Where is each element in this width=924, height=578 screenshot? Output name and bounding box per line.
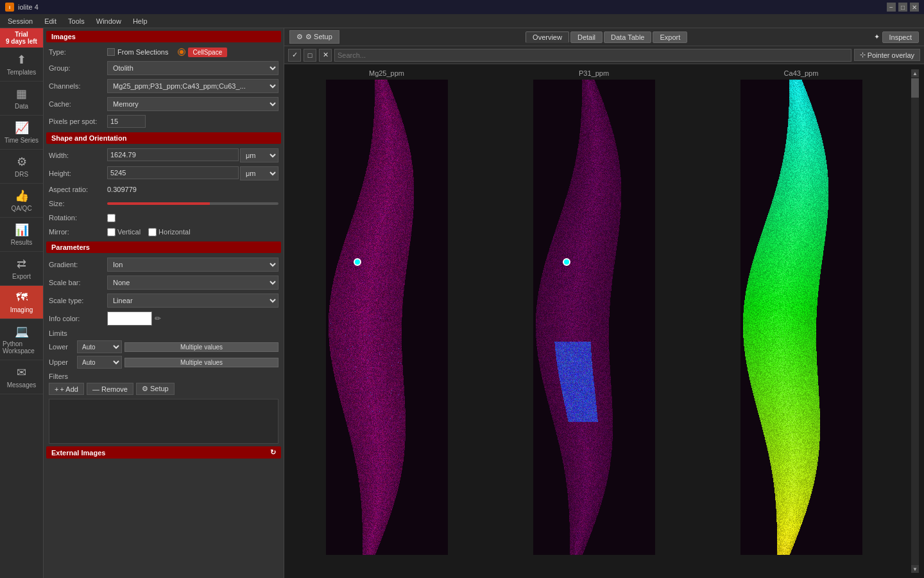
from-selections-checkbox[interactable]	[107, 48, 115, 56]
sidebar: Trial 9 days left ⬆ Templates ▦ Data 📈 T…	[0, 28, 44, 578]
upper-limit-row: Upper AutoManual Multiple values	[44, 355, 284, 370]
gradient-select[interactable]: IonRainbowGrayscale	[107, 258, 278, 272]
sidebar-item-imaging[interactable]: 🗺 Imaging	[0, 286, 43, 319]
aspect-row: Aspect ratio: 0.309779	[44, 182, 284, 197]
gear-icon: ⚙	[296, 33, 303, 41]
menu-help[interactable]: Help	[128, 16, 153, 26]
scaletype-select[interactable]: LinearLogSqrt	[107, 293, 278, 308]
minimize-button[interactable]: −	[887, 3, 896, 12]
mg25-dot[interactable]	[354, 258, 361, 266]
menu-window[interactable]: Window	[91, 16, 126, 26]
pixels-row: Pixels per spot:	[44, 113, 284, 130]
upper-multi-button[interactable]: Multiple values	[124, 358, 278, 367]
tool-check-button[interactable]: ✓	[288, 49, 301, 62]
sidebar-item-python[interactable]: 💻 Python Workspace	[0, 319, 43, 360]
mirror-vertical-label: Vertical	[117, 228, 141, 236]
image-p31: P31_ppm	[497, 69, 691, 573]
sidebar-item-messages[interactable]: ✉ Messages	[0, 360, 43, 394]
drs-icon: ⚙	[17, 155, 27, 169]
scalebar-select[interactable]: NoneBottom Right	[107, 276, 278, 290]
filter-setup-button[interactable]: ⚙ Setup	[136, 383, 175, 395]
channels-row: Channels: Mg25_ppm;P31_ppm;Ca43_ppm;Cu63…	[44, 77, 284, 95]
lower-auto-select[interactable]: AutoManual	[77, 340, 122, 353]
sidebar-item-timeseries[interactable]: 📈 Time Series	[0, 116, 43, 150]
mg25-canvas	[326, 80, 448, 573]
left-panel: Images Type: From Selections CellSpace G…	[44, 28, 284, 578]
external-images-header: External Images ↻	[46, 446, 281, 459]
lower-label: Lower	[49, 343, 74, 351]
qaqc-icon: 👍	[15, 189, 29, 203]
cache-label: Cache:	[49, 100, 103, 108]
export-icon: ⇄	[17, 257, 26, 271]
channels-label: Channels:	[49, 82, 103, 90]
lower-limit-row: Lower AutoManual Multiple values	[44, 339, 284, 355]
filter-buttons: + + Add — Remove ⚙ Setup	[44, 381, 284, 396]
remove-filter-button[interactable]: — Remove	[87, 383, 133, 395]
tab-overview[interactable]: Overview	[526, 31, 569, 43]
menu-tools[interactable]: Tools	[63, 16, 90, 26]
sidebar-item-drs[interactable]: ⚙ DRS	[0, 150, 43, 184]
search-input[interactable]	[334, 49, 851, 62]
height-input[interactable]	[107, 166, 239, 179]
sidebar-item-results[interactable]: 📊 Results	[0, 218, 43, 252]
group-select[interactable]: Otolith	[107, 61, 278, 75]
channels-select[interactable]: Mg25_ppm;P31_ppm;Ca43_ppm;Cu63_...	[107, 79, 278, 93]
ca43-image	[740, 80, 862, 555]
height-row: Height: μmmm	[44, 164, 284, 182]
tab-detail[interactable]: Detail	[570, 31, 603, 43]
menu-edit[interactable]: Edit	[39, 16, 62, 26]
sidebar-item-qaqc[interactable]: 👍 QA/QC	[0, 184, 43, 218]
imaging-label: Imaging	[10, 306, 33, 313]
sidebar-item-export[interactable]: ⇄ Export	[0, 252, 43, 286]
timeseries-icon: 📈	[15, 121, 29, 135]
scroll-down[interactable]: ▼	[911, 565, 919, 573]
color-dropper-icon[interactable]: ✏	[155, 314, 161, 323]
mirror-row: Mirror: Vertical Horizontal	[44, 225, 284, 239]
size-slider[interactable]	[107, 202, 278, 205]
close-button[interactable]: ✕	[910, 3, 919, 12]
inspect-button[interactable]: Inspect	[882, 31, 919, 43]
sidebar-item-templates[interactable]: ⬆ Templates	[0, 48, 43, 82]
mirror-vertical-checkbox[interactable]	[107, 228, 116, 236]
height-label: Height:	[49, 170, 103, 177]
tab-datatable[interactable]: Data Table	[604, 31, 651, 43]
rotation-checkbox[interactable]	[107, 214, 116, 222]
tool-close-button[interactable]: ✕	[319, 49, 332, 62]
color-swatch[interactable]	[107, 311, 152, 326]
tab-export[interactable]: Export	[653, 31, 687, 43]
scroll-up[interactable]: ▲	[911, 69, 919, 77]
infocolor-row: Info color: ✏	[44, 310, 284, 328]
upper-auto-select[interactable]: AutoManual	[77, 356, 122, 369]
titlebar-controls[interactable]: − □ ✕	[887, 3, 919, 12]
scroll-thumb[interactable]	[911, 78, 919, 98]
tool-square-button[interactable]: □	[304, 49, 316, 62]
mirror-horizontal-label: Horizontal	[158, 228, 191, 236]
setup-tab[interactable]: ⚙ ⚙ Setup	[289, 30, 339, 44]
sidebar-item-data[interactable]: ▦ Data	[0, 82, 43, 116]
mirror-horizontal-checkbox[interactable]	[148, 228, 157, 236]
height-unit-select[interactable]: μmmm	[240, 166, 278, 180]
cellspace-radio[interactable]	[178, 48, 185, 56]
trial-label: Trial	[1, 31, 42, 38]
cellspace-button[interactable]: CellSpace	[188, 48, 228, 57]
params-header: Parameters	[46, 241, 281, 253]
mg25-label: Mg25_ppm	[369, 69, 404, 77]
scaletype-label: Scale type:	[49, 297, 103, 304]
mg25-image	[326, 80, 448, 555]
width-unit-select[interactable]: μmmm	[240, 148, 278, 162]
add-filter-button[interactable]: + + Add	[49, 383, 84, 395]
width-label: Width:	[49, 152, 103, 159]
right-panel: ⚙ ⚙ Setup Overview Detail Data Table Exp…	[284, 28, 924, 578]
refresh-icon[interactable]: ↻	[270, 448, 276, 457]
width-input[interactable]	[107, 148, 239, 161]
maximize-button[interactable]: □	[898, 3, 907, 12]
export-label: Export	[12, 273, 31, 280]
pointer-overlay-button[interactable]: ⊹ Pointer overlay	[854, 49, 920, 61]
lower-multi-button[interactable]: Multiple values	[124, 342, 278, 352]
infocolor-box: ✏	[107, 311, 161, 326]
menu-session[interactable]: Session	[3, 16, 38, 26]
p31-dot[interactable]	[563, 258, 570, 266]
python-label: Python Workspace	[3, 340, 40, 355]
pixels-input[interactable]	[107, 115, 146, 128]
cache-select[interactable]: Memory Disk	[107, 97, 278, 111]
